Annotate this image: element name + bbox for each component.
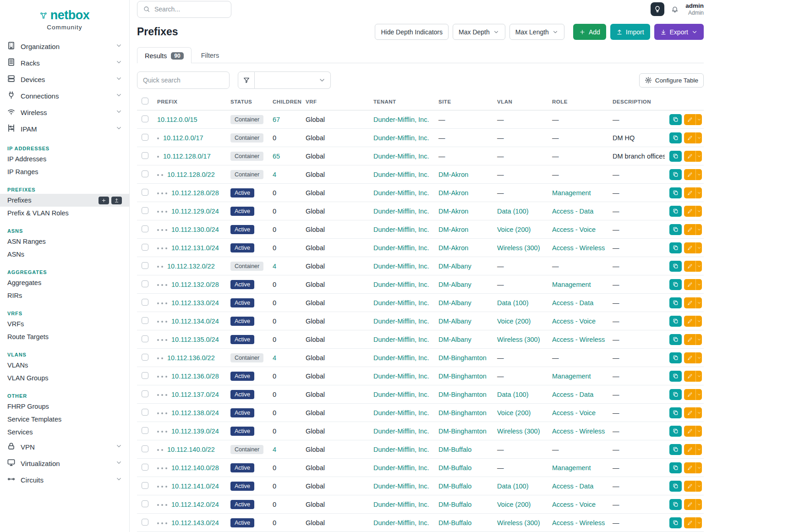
- tenant-link[interactable]: Dunder-Mifflin, Inc.: [373, 391, 429, 398]
- role-link[interactable]: Access - Data: [552, 391, 593, 398]
- row-checkbox[interactable]: [142, 427, 148, 434]
- prefix-link[interactable]: 10.112.143.0/24: [171, 519, 219, 527]
- row-checkbox[interactable]: [142, 390, 148, 397]
- configure-table-button[interactable]: Configure Table: [639, 73, 704, 88]
- row-checkbox[interactable]: [142, 189, 148, 196]
- copy-button[interactable]: [669, 114, 682, 125]
- role-link[interactable]: Management: [552, 464, 591, 472]
- tenant-link[interactable]: Dunder-Mifflin, Inc.: [373, 226, 429, 233]
- tenant-link[interactable]: Dunder-Mifflin, Inc.: [373, 318, 429, 325]
- site-link[interactable]: DM-Buffalo: [438, 446, 471, 453]
- sidebar-item-aggregates[interactable]: Aggregates: [0, 276, 129, 289]
- role-link[interactable]: Access - Data: [552, 208, 593, 215]
- edit-dropdown-button[interactable]: [695, 132, 702, 143]
- prefix-link[interactable]: 10.112.0.0/15: [157, 116, 197, 123]
- vlan-link[interactable]: Voice (200): [497, 409, 531, 417]
- prefix-link[interactable]: 10.112.128.0/28: [171, 189, 219, 197]
- edit-button[interactable]: [684, 352, 695, 363]
- tenant-link[interactable]: Dunder-Mifflin, Inc.: [373, 189, 429, 197]
- copy-button[interactable]: [669, 426, 682, 437]
- tenant-link[interactable]: Dunder-Mifflin, Inc.: [373, 299, 429, 307]
- edit-button[interactable]: [684, 371, 695, 382]
- edit-button[interactable]: [684, 242, 695, 253]
- export-button[interactable]: Export: [654, 24, 704, 40]
- tenant-link[interactable]: Dunder-Mifflin, Inc.: [373, 501, 429, 508]
- tenant-link[interactable]: Dunder-Mifflin, Inc.: [373, 244, 429, 252]
- edit-button[interactable]: [684, 462, 695, 473]
- sidebar-item-ip-ranges[interactable]: IP Ranges: [0, 165, 129, 178]
- role-link[interactable]: Access - Voice: [552, 226, 596, 233]
- edit-dropdown-button[interactable]: [695, 389, 702, 400]
- vlan-link[interactable]: Data (100): [497, 299, 529, 307]
- prefix-link[interactable]: 10.112.137.0/24: [171, 391, 219, 398]
- row-checkbox[interactable]: [142, 225, 148, 232]
- prefix-link[interactable]: 10.112.142.0/24: [171, 501, 219, 508]
- copy-button[interactable]: [669, 371, 682, 382]
- sidebar-group-organization[interactable]: Organization: [0, 38, 129, 55]
- site-link[interactable]: DM-Buffalo: [438, 501, 471, 508]
- children-count-link[interactable]: 4: [273, 263, 276, 270]
- copy-button[interactable]: [669, 334, 682, 345]
- edit-button[interactable]: [684, 426, 695, 437]
- edit-dropdown-button[interactable]: [695, 316, 702, 327]
- column-header-vrf[interactable]: VRF: [302, 93, 370, 110]
- column-header-status[interactable]: Status: [227, 93, 269, 110]
- edit-button[interactable]: [684, 169, 695, 180]
- row-checkbox[interactable]: [142, 152, 148, 159]
- prefix-link[interactable]: 10.112.133.0/24: [171, 299, 219, 307]
- prefix-link[interactable]: 10.112.128.0/22: [167, 171, 215, 178]
- prefix-link[interactable]: 10.112.0.0/17: [163, 134, 203, 142]
- prefix-link[interactable]: 10.112.130.0/24: [171, 226, 219, 233]
- sidebar-item-vlans[interactable]: VLANs: [0, 359, 129, 372]
- edit-dropdown-button[interactable]: [695, 407, 702, 418]
- tenant-link[interactable]: Dunder-Mifflin, Inc.: [373, 263, 429, 270]
- notifications-bell-icon[interactable]: [671, 5, 679, 13]
- tenant-link[interactable]: Dunder-Mifflin, Inc.: [373, 483, 429, 490]
- copy-button[interactable]: [669, 206, 682, 217]
- site-link[interactable]: DM-Albany: [438, 336, 471, 343]
- edit-dropdown-button[interactable]: [695, 242, 702, 253]
- sidebar-group-ipam[interactable]: IPAM: [0, 121, 129, 137]
- sidebar-item-asn-ranges[interactable]: ASN Ranges: [0, 235, 129, 248]
- vlan-link[interactable]: Data (100): [497, 391, 529, 398]
- import-button[interactable]: Import: [610, 24, 650, 40]
- vlan-link[interactable]: Wireless (300): [497, 428, 540, 435]
- role-link[interactable]: Access - Voice: [552, 318, 596, 325]
- site-link[interactable]: DM-Albany: [438, 263, 471, 270]
- copy-button[interactable]: [669, 261, 682, 272]
- edit-button[interactable]: [684, 279, 695, 290]
- copy-button[interactable]: [669, 352, 682, 363]
- copy-button[interactable]: [669, 444, 682, 455]
- quick-import-button[interactable]: [111, 197, 122, 204]
- copy-button[interactable]: [669, 242, 682, 253]
- site-link[interactable]: DM-Buffalo: [438, 483, 471, 490]
- site-link[interactable]: DM-Binghamton: [438, 354, 487, 362]
- edit-dropdown-button[interactable]: [695, 444, 702, 455]
- sidebar-item-vrfs[interactable]: VRFs: [0, 318, 129, 330]
- column-header-tenant[interactable]: Tenant: [370, 93, 435, 110]
- edit-dropdown-button[interactable]: [695, 297, 702, 308]
- column-header-children[interactable]: Children: [269, 93, 302, 110]
- copy-button[interactable]: [669, 169, 682, 180]
- edit-dropdown-button[interactable]: [695, 261, 702, 272]
- site-link[interactable]: DM-Albany: [438, 318, 471, 325]
- row-checkbox[interactable]: [142, 280, 148, 287]
- sidebar-group-devices[interactable]: Devices: [0, 71, 129, 88]
- children-count-link[interactable]: 65: [273, 153, 280, 160]
- row-checkbox[interactable]: [142, 335, 148, 342]
- edit-dropdown-button[interactable]: [695, 426, 702, 437]
- global-search-input[interactable]: [154, 5, 225, 13]
- row-checkbox[interactable]: [142, 299, 148, 306]
- edit-button[interactable]: [684, 187, 695, 198]
- edit-dropdown-button[interactable]: [695, 187, 702, 198]
- prefix-link[interactable]: 10.112.134.0/24: [171, 318, 219, 325]
- vlan-link[interactable]: Voice (200): [497, 226, 531, 233]
- add-button[interactable]: Add: [573, 24, 606, 40]
- copy-button[interactable]: [669, 389, 682, 400]
- edit-dropdown-button[interactable]: [695, 462, 702, 473]
- edit-dropdown-button[interactable]: [695, 114, 702, 125]
- edit-dropdown-button[interactable]: [695, 352, 702, 363]
- children-count-link[interactable]: 4: [273, 354, 276, 362]
- copy-button[interactable]: [669, 297, 682, 308]
- edit-dropdown-button[interactable]: [695, 169, 702, 180]
